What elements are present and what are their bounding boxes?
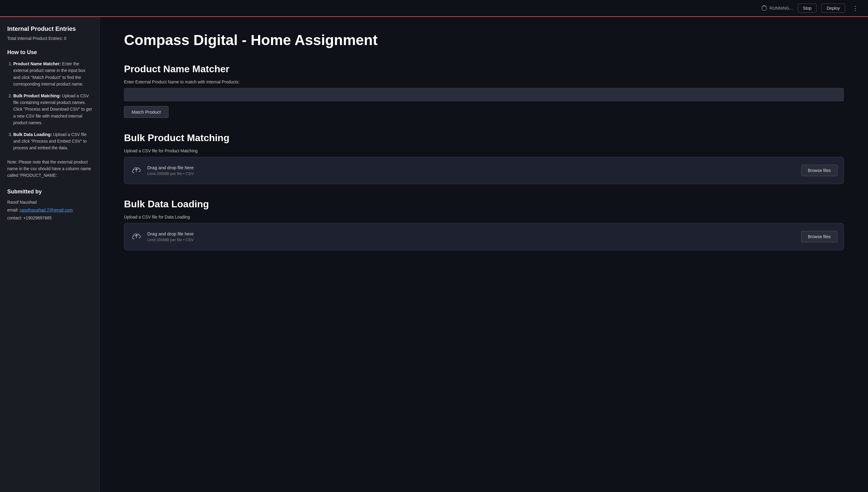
drag-text-1: Drag and drop file here <box>147 165 193 170</box>
step1-heading: Product Name Matcher: <box>13 62 61 66</box>
main-content: Compass Digital - Home Assignment Produc… <box>100 17 868 492</box>
email-link[interactable]: raoofnaushad.7@gmail.com <box>20 207 73 213</box>
browse-files-button-1[interactable]: Browse files <box>801 165 838 176</box>
sidebar-note: Note: Please note that the external prod… <box>7 159 92 179</box>
bulk-data-upload-zone[interactable]: Drag and drop file here Limit 200MB per … <box>124 223 844 250</box>
upload-text-2: Drag and drop file here Limit 200MB per … <box>147 231 193 242</box>
list-item: Product Name Matcher: Enter the external… <box>13 60 92 88</box>
more-options-button[interactable]: ⋮ <box>850 3 861 13</box>
stop-button[interactable]: Stop <box>798 4 817 13</box>
submitted-email: email: raoofnaushad.7@gmail.com <box>7 207 92 213</box>
topbar: RUNNING... Stop Deploy ⋮ <box>0 0 868 17</box>
upload-cloud-icon-2 <box>130 230 142 243</box>
sidebar: Internal Product Entries Total Internal … <box>0 17 100 492</box>
bulk-product-upload-label: Upload a CSV file for Product Matching <box>124 148 844 153</box>
sidebar-count: Total Internal Product Entries: 0 <box>7 36 92 41</box>
submitted-name: Raoof Naushad <box>7 200 92 204</box>
submitted-by-title: Submitted by <box>7 189 92 195</box>
deploy-button[interactable]: Deploy <box>821 4 845 13</box>
how-to-use-list: Product Name Matcher: Enter the external… <box>7 60 92 151</box>
product-name-matcher-section: Product Name Matcher Enter External Prod… <box>124 64 844 118</box>
running-status: RUNNING... <box>761 5 793 11</box>
submitted-contact: contact: +19029897685 <box>7 216 92 220</box>
upload-left-2: Drag and drop file here Limit 200MB per … <box>130 230 193 243</box>
bulk-product-upload-zone[interactable]: Drag and drop file here Limit 200MB per … <box>124 157 844 184</box>
bulk-data-upload-label: Upload a CSV file for Data Loading <box>124 215 844 219</box>
bulk-data-loading-title: Bulk Data Loading <box>124 199 844 210</box>
email-label: email: <box>7 207 20 213</box>
bulk-data-loading-section: Bulk Data Loading Upload a CSV file for … <box>124 199 844 250</box>
running-label: RUNNING... <box>770 6 793 10</box>
match-product-button[interactable]: Match Product <box>124 106 168 118</box>
main-title: Compass Digital - Home Assignment <box>124 31 844 49</box>
step3-heading: Bulk Data Loading: <box>13 132 52 137</box>
product-name-input[interactable] <box>124 88 844 101</box>
drag-text-2: Drag and drop file here <box>147 231 193 236</box>
bulk-product-matching-section: Bulk Product Matching Upload a CSV file … <box>124 132 844 184</box>
upload-left: Drag and drop file here Limit 200MB per … <box>130 165 193 176</box>
running-icon <box>761 5 767 11</box>
how-to-use-title: How to Use <box>7 49 92 56</box>
product-input-label: Enter External Product Name to match wit… <box>124 79 844 84</box>
list-item: Bulk Product Matching: Upload a CSV file… <box>13 93 92 126</box>
limit-text-2: Limit 200MB per file • CSV <box>147 238 193 242</box>
list-item: Bulk Data Loading: Upload a CSV file and… <box>13 131 92 151</box>
step2-heading: Bulk Product Matching: <box>13 93 61 98</box>
browse-files-button-2[interactable]: Browse files <box>801 231 838 242</box>
limit-text-1: Limit 200MB per file • CSV <box>147 171 193 176</box>
product-name-matcher-title: Product Name Matcher <box>124 64 844 75</box>
bulk-product-matching-title: Bulk Product Matching <box>124 132 844 144</box>
layout: Internal Product Entries Total Internal … <box>0 17 868 492</box>
upload-text: Drag and drop file here Limit 200MB per … <box>147 165 193 176</box>
upload-cloud-icon <box>130 165 142 176</box>
sidebar-title: Internal Product Entries <box>7 25 92 32</box>
